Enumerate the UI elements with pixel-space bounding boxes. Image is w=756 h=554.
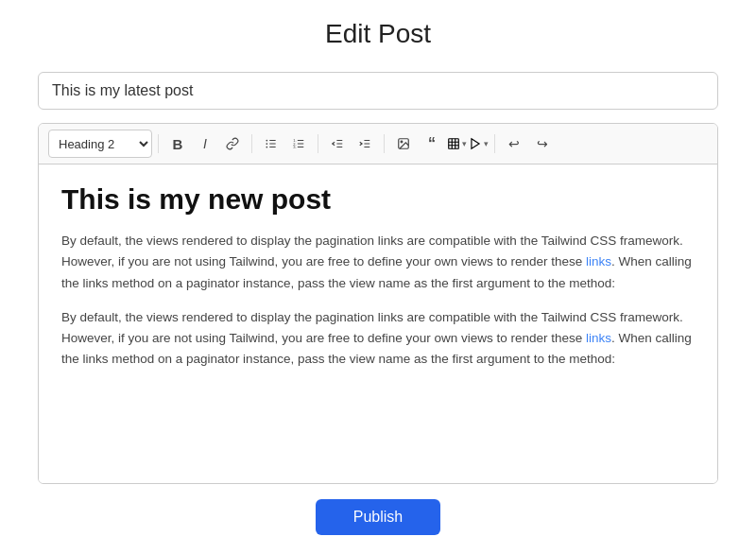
- toolbar-divider-1: [158, 134, 159, 153]
- toolbar-divider-5: [494, 134, 495, 153]
- editor-paragraph-1: By default, the views rendered to displa…: [61, 231, 695, 294]
- embed-dropdown[interactable]: ▾: [469, 137, 489, 150]
- image-button[interactable]: [390, 130, 417, 157]
- editor-container: Heading 2 Paragraph Heading 1 Heading 3 …: [38, 123, 718, 484]
- publish-section: Publish: [38, 499, 718, 535]
- toolbar-divider-3: [318, 134, 318, 153]
- editor-paragraph-2: By default, the views rendered to displa…: [61, 307, 695, 371]
- ordered-list-icon: 1. 2. 3.: [292, 137, 305, 150]
- heading-select[interactable]: Heading 2 Paragraph Heading 1 Heading 3 …: [48, 130, 152, 158]
- table-dropdown-arrow: ▾: [462, 139, 467, 148]
- outdent-button[interactable]: [324, 130, 351, 157]
- bold-button[interactable]: B: [164, 130, 191, 157]
- table-dropdown[interactable]: ▾: [447, 137, 467, 150]
- table-icon: [447, 137, 460, 150]
- editor-toolbar: Heading 2 Paragraph Heading 1 Heading 3 …: [39, 124, 717, 164]
- svg-marker-25: [472, 139, 479, 149]
- svg-point-5: [266, 147, 267, 148]
- indent-icon: [358, 137, 371, 150]
- formatting-group: B I: [164, 130, 246, 157]
- link-button[interactable]: [219, 130, 246, 157]
- undo-button[interactable]: ↩: [501, 130, 527, 157]
- bullet-list-icon: [265, 137, 278, 150]
- image-icon: [397, 137, 410, 150]
- toolbar-divider-2: [251, 134, 252, 153]
- indent-button[interactable]: [352, 130, 378, 157]
- svg-text:3.: 3.: [293, 145, 296, 149]
- publish-button[interactable]: Publish: [316, 499, 440, 535]
- list-group: 1. 2. 3.: [258, 130, 312, 157]
- svg-point-4: [266, 143, 267, 145]
- quote-button[interactable]: “: [419, 130, 445, 157]
- editor-heading: This is my new post: [61, 183, 695, 216]
- italic-button[interactable]: I: [192, 130, 218, 157]
- paragraph-1-link[interactable]: links: [586, 254, 611, 268]
- editor-content[interactable]: This is my new post By default, the view…: [39, 164, 717, 483]
- ordered-list-button[interactable]: 1. 2. 3.: [285, 130, 312, 157]
- svg-rect-20: [449, 139, 459, 149]
- redo-button[interactable]: ↪: [529, 130, 556, 157]
- toolbar-divider-4: [384, 134, 385, 153]
- outdent-icon: [331, 137, 344, 150]
- svg-point-3: [266, 140, 267, 142]
- embed-dropdown-arrow: ▾: [484, 139, 489, 148]
- post-title-input[interactable]: [38, 72, 718, 110]
- paragraph-2-link[interactable]: links: [586, 331, 611, 345]
- svg-point-19: [401, 141, 403, 143]
- play-icon: [469, 137, 482, 150]
- page-title: Edit Post: [325, 19, 431, 49]
- bullet-list-button[interactable]: [258, 130, 284, 157]
- link-icon: [226, 137, 239, 150]
- indent-group: [324, 130, 378, 157]
